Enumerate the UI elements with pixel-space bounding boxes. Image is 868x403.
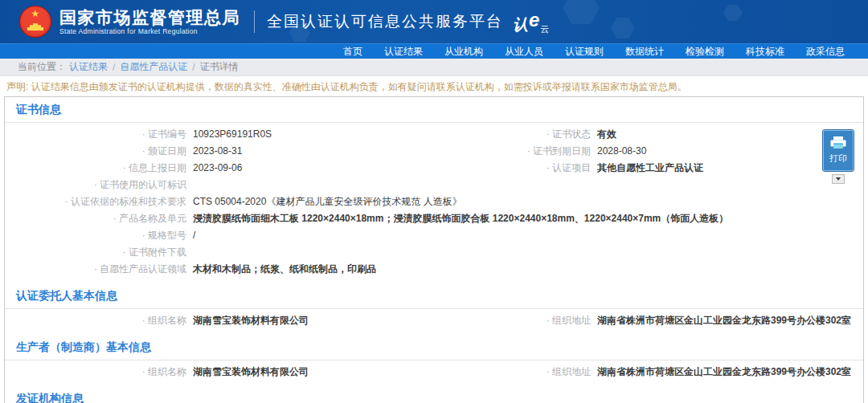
field-value: 湖南省株洲市荷塘区金山工业园金龙东路399号办公楼302室: [591, 366, 863, 378]
breadcrumb-current: 证书详情: [200, 60, 239, 74]
logo-ren-char: 认: [513, 17, 528, 32]
breadcrumb-separator: /: [192, 62, 194, 73]
header-divider: [254, 10, 255, 33]
field-label: 组织名称: [5, 315, 186, 327]
nav-item-0[interactable]: 首页: [336, 45, 370, 59]
nav-item-7[interactable]: 科技标准: [739, 45, 792, 59]
ren-e-yun-logo: 认 e 云: [513, 10, 549, 34]
main-nav: 首页认证结果从业机构从业人员认证规则数据统计检验检测科技标准政采信息: [0, 43, 868, 59]
section-title: 证书信息: [5, 97, 863, 123]
field-row: 证书编号10923P69191R0S证书状态有效: [5, 126, 863, 143]
field-label: 组织名称: [5, 366, 186, 378]
breadcrumb: 当前位置： 认证结果 / 自愿性产品认证 / 证书详情: [0, 59, 868, 76]
field-label: 组织地址: [433, 366, 591, 378]
agency-name-en: State Administration for Market Regulati…: [59, 27, 240, 35]
field-pair-right: 证书状态有效: [433, 128, 863, 140]
nav-item-5[interactable]: 数据统计: [618, 45, 671, 59]
section-rows: 组织名称湖南雪宝装饰材料有限公司组织地址湖南省株洲市荷塘区金山工业园金龙东路39…: [5, 309, 863, 335]
field-row: 证书附件下载: [5, 244, 863, 261]
section-1: 认证委托人基本信息组织名称湖南雪宝装饰材料有限公司组织地址湖南省株洲市荷塘区金山…: [5, 283, 863, 335]
nav-item-6[interactable]: 检验检测: [678, 45, 731, 59]
field-label: 产品名称及单元: [5, 213, 186, 225]
breadcrumb-separator: /: [113, 62, 115, 73]
section-rows: 组织名称湖南雪宝装饰材料有限公司组织地址湖南省株洲市荷塘区金山工业园金龙东路39…: [5, 360, 863, 386]
field-pair-right: 组织地址湖南省株洲市荷塘区金山工业园金龙东路399号办公楼302室: [433, 366, 863, 378]
field-row: 规格型号/: [5, 227, 863, 244]
logo-e-char: e: [529, 10, 539, 30]
nav-item-8[interactable]: 政采信息: [799, 45, 852, 59]
field-row: 组织名称湖南雪宝装饰材料有限公司组织地址湖南省株洲市荷塘区金山工业园金龙东路39…: [5, 312, 863, 329]
caret-down-icon: [836, 177, 841, 181]
section-title: 发证机构信息: [5, 386, 863, 403]
field-value: 2023-08-31: [186, 145, 433, 157]
hexagon-decoration: [563, 0, 600, 24]
logo-yun-char: 云: [540, 25, 549, 34]
field-value: 10923P69191R0S: [186, 128, 433, 140]
field-label: 规格型号: [5, 230, 186, 242]
field-row: 颁证日期2023-08-31证书到期日期2028-08-30: [5, 143, 863, 160]
field-row: 认证依据的标准和技术要求CTS 05004-2020《建材产品儿童安全级评价技术…: [5, 193, 863, 210]
field-value: 木材和木制品；纸浆、纸和纸制品，印刷品: [186, 263, 863, 275]
field-label: 自愿性产品认证领域: [5, 263, 186, 275]
national-emblem-icon: [19, 6, 51, 38]
field-value: 浸渍胶膜纸饰面细木工板 1220×2440×18mm；浸渍胶膜纸饰面胶合板 12…: [186, 213, 863, 225]
field-label: 认证依据的标准和技术要求: [5, 196, 186, 208]
section-rows: 证书编号10923P69191R0S证书状态有效颁证日期2023-08-31证书…: [5, 123, 863, 283]
hexagon-decoration: [611, 18, 635, 39]
print-button[interactable]: 打印: [823, 130, 854, 171]
field-value: 2023-09-06: [186, 162, 433, 174]
field-label: 证书编号: [5, 128, 186, 140]
section-0: 证书信息证书编号10923P69191R0S证书状态有效颁证日期2023-08-…: [5, 97, 863, 283]
field-label: 证书状态: [433, 128, 591, 140]
nav-item-2[interactable]: 从业机构: [437, 45, 490, 59]
print-options-button[interactable]: [832, 174, 845, 184]
field-row: 证书使用的认可标识: [5, 177, 863, 193]
field-row: 信息上报日期2023-09-06认证项目其他自愿性工业产品认证: [5, 160, 863, 177]
field-label: 证书附件下载: [5, 246, 186, 258]
field-label: 认证项目: [433, 162, 591, 174]
printer-icon: [829, 136, 847, 150]
field-value: /: [186, 230, 863, 242]
disclaimer-notice: 声明: 认证结果信息由颁发证书的认证机构提供，数据的真实性、准确性由认证机构负责…: [0, 76, 868, 96]
field-pair-right: 认证项目其他自愿性工业产品认证: [433, 162, 863, 174]
section-title: 生产者（制造商）基本信息: [5, 335, 863, 360]
section-3: 发证机构信息机构名称中国国检测试控股集团股份有限公司机构批准号CNCA-R-20…: [5, 386, 863, 403]
nav-item-3[interactable]: 从业人员: [497, 45, 551, 59]
print-button-label: 打印: [829, 153, 847, 165]
site-header: 国家市场监督管理总局 State Administration for Mark…: [0, 0, 868, 43]
breadcrumb-link-cert-results[interactable]: 认证结果: [69, 60, 108, 74]
section-title: 认证委托人基本信息: [5, 283, 863, 309]
field-value: 湖南雪宝装饰材料有限公司: [186, 315, 433, 327]
breadcrumb-prefix: 当前位置：: [18, 60, 66, 74]
field-label: 组织地址: [433, 315, 591, 327]
field-row: 产品名称及单元浸渍胶膜纸饰面细木工板 1220×2440×18mm；浸渍胶膜纸饰…: [5, 210, 863, 227]
field-row: 组织名称湖南雪宝装饰材料有限公司组织地址湖南省株洲市荷塘区金山工业园金龙东路39…: [5, 364, 863, 381]
print-widget: 打印: [822, 130, 854, 184]
field-pair-right: 组织地址湖南省株洲市荷塘区金山工业园金龙东路399号办公楼302室: [433, 315, 863, 327]
sections: 证书信息证书编号10923P69191R0S证书状态有效颁证日期2023-08-…: [5, 97, 863, 403]
breadcrumb-link-voluntary-product[interactable]: 自愿性产品认证: [120, 60, 187, 74]
nav-item-1[interactable]: 认证结果: [377, 45, 430, 59]
certificate-detail-panel: 证书信息证书编号10923P69191R0S证书状态有效颁证日期2023-08-…: [4, 96, 864, 403]
field-value: 湖南雪宝装饰材料有限公司: [186, 366, 433, 378]
field-label: 证书使用的认可标识: [5, 179, 186, 191]
agency-title-block: 国家市场监督管理总局 State Administration for Mark…: [59, 8, 240, 35]
field-value: CTS 05004-2020《建材产品儿童安全级评价技术规范 人造板》: [186, 196, 863, 208]
field-label: 颁证日期: [5, 145, 186, 157]
field-value: 湖南省株洲市荷塘区金山工业园金龙东路399号办公楼302室: [591, 315, 863, 327]
field-label: 证书到期日期: [433, 145, 591, 157]
field-label: 信息上报日期: [5, 162, 186, 174]
section-2: 生产者（制造商）基本信息组织名称湖南雪宝装饰材料有限公司组织地址湖南省株洲市荷塘…: [5, 335, 863, 386]
field-pair-right: 证书到期日期2028-08-30: [433, 145, 863, 157]
agency-name-cn: 国家市场监督管理总局: [59, 8, 240, 27]
field-row: 自愿性产品认证领域木材和木制品；纸浆、纸和纸制品，印刷品: [5, 261, 863, 278]
nav-item-4[interactable]: 认证规则: [558, 45, 611, 59]
hexagon-decoration: [723, 5, 743, 21]
